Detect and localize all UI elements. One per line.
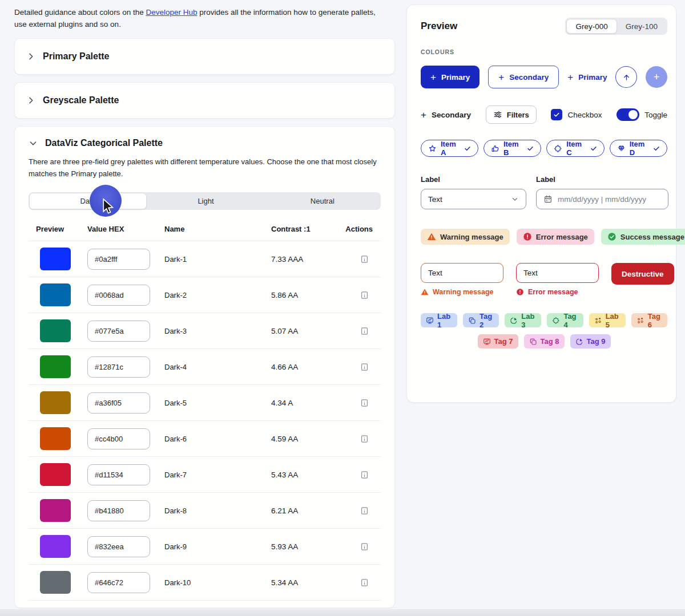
hex-value-input[interactable]: #832eea [87, 536, 150, 557]
plus-icon: + [430, 72, 436, 82]
date-placeholder: mm/dd/yyyy | mm/dd/yyyy [558, 195, 646, 204]
accordion-greyscale-palette[interactable]: Greyscale Palette [14, 82, 395, 119]
palette-temperature-tabs: Dark Light Neutral [29, 192, 381, 210]
input-warning-message: Warning message [421, 288, 503, 296]
puzzle-icon [552, 317, 560, 325]
hex-value-input[interactable]: #0068ad [87, 285, 150, 306]
text-input-warning[interactable]: Text [421, 263, 503, 283]
header-actions: Actions [344, 225, 381, 233]
tab-grey-100[interactable]: Grey-100 [617, 19, 666, 34]
tag-lab-5[interactable]: Lab 5 [589, 313, 626, 327]
header-name: Name [164, 225, 271, 233]
developer-hub-link[interactable]: Developer Hub [146, 8, 197, 17]
secondary-ghost-button[interactable]: + Secondary [421, 110, 471, 120]
success-check-icon [607, 232, 616, 241]
copy-info-icon[interactable] [344, 434, 381, 444]
scroll-up-button[interactable] [615, 66, 637, 88]
destructive-button[interactable]: Destructive [611, 263, 674, 285]
copy-info-icon[interactable] [344, 254, 381, 264]
chevron-down-icon [511, 195, 519, 203]
add-floating-button[interactable]: + [646, 66, 667, 88]
contrast-value: 6.21 AA [271, 506, 344, 515]
hex-value-input[interactable]: #b41880 [87, 500, 150, 521]
accordion-primary-palette[interactable]: Primary Palette [14, 38, 395, 75]
tag-tag-7[interactable]: Tag 7 [478, 334, 518, 348]
check-icon [653, 145, 660, 152]
accordion-title: Greyscale Palette [43, 95, 119, 106]
tab-neutral[interactable]: Neutral [264, 192, 381, 210]
plus-icon: + [498, 72, 504, 82]
filters-button[interactable]: Filters [486, 106, 537, 124]
header-preview: Preview [29, 225, 87, 233]
chip-item-d[interactable]: Item D [610, 140, 667, 157]
contrast-value: 7.33 AAA [271, 255, 344, 264]
monitor-icon [483, 338, 491, 346]
plus-icon: + [654, 71, 660, 83]
table-row: #a36f05 Dark-5 4.34 A [29, 385, 381, 421]
horizontal-scrollbar[interactable] [0, 609, 685, 616]
pie-chart-icon [575, 338, 583, 346]
check-icon [590, 145, 597, 152]
contrast-value: 5.34 AA [271, 578, 344, 587]
copy-info-icon[interactable] [344, 578, 381, 587]
chip-item-c[interactable]: Item C [546, 140, 604, 157]
warning-triangle-icon [427, 232, 436, 241]
hex-value-input[interactable]: #0a2fff [87, 249, 150, 270]
pages-icon [529, 338, 537, 346]
copy-info-icon[interactable] [344, 470, 381, 480]
toggle-switch[interactable] [616, 108, 639, 121]
chip-item-a[interactable]: Item A [421, 140, 478, 157]
contrast-value: 4.34 A [271, 399, 344, 407]
hex-value-input[interactable]: #a36f05 [87, 392, 150, 414]
color-name: Dark-10 [164, 578, 271, 587]
copy-info-icon[interactable] [344, 362, 381, 372]
table-row: #832eea Dark-9 5.93 AA [29, 529, 381, 565]
tag-lab-1[interactable]: Lab 1 [421, 313, 457, 327]
checkbox[interactable] [551, 109, 562, 120]
copy-info-icon[interactable] [344, 326, 381, 336]
plus-icon: + [421, 110, 426, 120]
page: Detailed guidance about colors on the De… [0, 0, 685, 616]
chip-item-b[interactable]: Item B [483, 140, 541, 157]
hex-value-input[interactable]: #646c72 [87, 572, 150, 593]
tag-lab-3[interactable]: Lab 3 [505, 313, 541, 327]
preview-title: Preview [421, 21, 457, 32]
hex-value-input[interactable]: #077e5a [87, 321, 150, 342]
copy-info-icon[interactable] [344, 506, 381, 516]
tag-tag-2[interactable]: Tag 2 [463, 313, 499, 327]
color-name: Dark-3 [164, 327, 271, 335]
tab-light[interactable]: Light [147, 192, 264, 210]
copy-info-icon[interactable] [344, 290, 381, 300]
hex-value-input[interactable]: #d11534 [87, 464, 150, 485]
date-range-input[interactable]: mm/dd/yyyy | mm/dd/yyyy [536, 189, 668, 209]
copy-info-icon[interactable] [344, 398, 381, 408]
primary-ghost-button[interactable]: + Primary [567, 72, 607, 82]
pages-icon [468, 317, 476, 325]
chevron-right-icon [26, 96, 35, 105]
color-swatch [40, 283, 71, 306]
tag-tag-4[interactable]: Tag 4 [547, 313, 583, 327]
tag-label: Tag 7 [494, 337, 513, 346]
tab-grey-000[interactable]: Grey-000 [566, 19, 616, 34]
hex-value-input[interactable]: #12871c [87, 356, 150, 378]
primary-button[interactable]: + Primary [421, 66, 480, 88]
destructive-label: Destructive [622, 270, 664, 278]
secondary-button[interactable]: + Secondary [488, 66, 559, 88]
select-input[interactable]: Text [421, 189, 526, 209]
tag-label: Tag 9 [587, 337, 606, 346]
text-input-error[interactable]: Text [516, 263, 599, 283]
hex-value-input[interactable]: #cc4b00 [87, 428, 150, 449]
toggle-knob [628, 110, 638, 119]
tag-tag-8[interactable]: Tag 8 [524, 334, 565, 348]
dataviz-header[interactable]: DataViz Categorical Palette [29, 138, 381, 148]
tag-tag-9[interactable]: Tag 9 [570, 334, 611, 348]
tag-label: Tag 4 [563, 312, 578, 329]
tag-tag-6[interactable]: Tag 6 [631, 313, 667, 327]
copy-info-icon[interactable] [344, 542, 381, 552]
tab-dark[interactable]: Dark [29, 193, 147, 209]
contrast-value: 4.66 AA [271, 363, 344, 371]
plus-icon: + [567, 72, 573, 82]
tag-label: Tag 2 [480, 312, 494, 329]
grey-theme-tabs: Grey-000 Grey-100 [565, 18, 667, 35]
secondary-button-label: Secondary [509, 73, 549, 82]
